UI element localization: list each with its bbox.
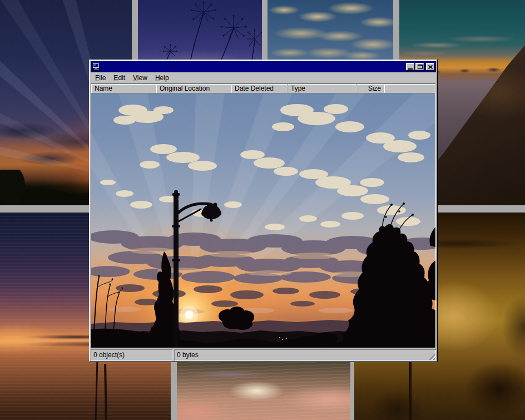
status-object-count: 0 object(s) (91, 349, 172, 360)
sunset-street-lamp-photo (91, 93, 435, 348)
menu-view[interactable]: View (129, 73, 151, 83)
lake-pole (95, 362, 98, 420)
menu-edit[interactable]: Edit (110, 73, 129, 83)
title-bar[interactable] (91, 61, 436, 72)
lake-pole (104, 364, 107, 420)
menu-file[interactable]: File (91, 73, 110, 83)
file-list-view[interactable]: NameOriginal LocationDate DeletedTypeSiz… (91, 83, 436, 348)
column-header-row: NameOriginal LocationDate DeletedTypeSiz… (91, 84, 435, 93)
desktop: { "desktop": { "gutter_color": "#a9a9a9"… (0, 0, 525, 420)
column-header-original-location[interactable]: Original Location (156, 84, 231, 93)
wallpaper-photo-clouds (268, 0, 393, 60)
wallpaper-photo-dried-flowers (138, 0, 262, 60)
column-header-type[interactable]: Type (288, 84, 356, 93)
minimize-button[interactable] (406, 63, 415, 71)
computer-icon[interactable] (92, 62, 101, 71)
sun (185, 310, 194, 319)
status-bar: 0 object(s) 0 bytes (91, 349, 436, 360)
menu-bar: FileEditViewHelp (91, 72, 436, 83)
close-icon (428, 65, 433, 69)
column-header-blank[interactable] (384, 84, 435, 93)
menu-help[interactable]: Help (151, 73, 173, 83)
close-button[interactable] (426, 63, 435, 71)
amber-pole (409, 362, 412, 420)
column-header-size[interactable]: Size (356, 84, 384, 93)
column-header-name[interactable]: Name (91, 84, 156, 93)
client-area[interactable] (91, 93, 435, 348)
column-header-date-deleted[interactable]: Date Deleted (231, 84, 288, 93)
maximize-icon (418, 65, 423, 69)
minimize-icon (408, 68, 413, 70)
maximize-button[interactable] (415, 63, 424, 71)
status-byte-count: 0 bytes (174, 349, 436, 360)
dried-flower-silhouette-art (138, 0, 262, 60)
recycle-bin-window: FileEditViewHelp NameOriginal LocationDa… (89, 60, 438, 362)
